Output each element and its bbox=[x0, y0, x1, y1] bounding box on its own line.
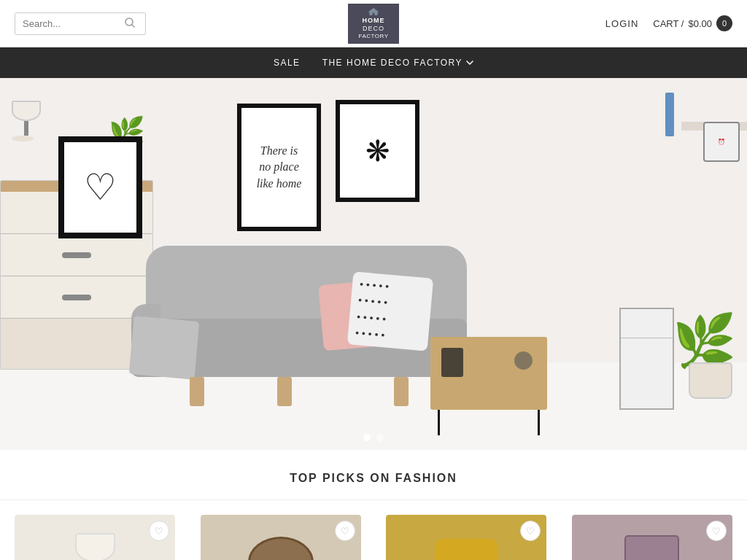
nav-item-home-deco[interactable]: THE HOME DECO FACTORY bbox=[322, 58, 473, 68]
table-leg bbox=[538, 410, 540, 435]
table-leg bbox=[438, 410, 440, 435]
header-actions: LOGIN CART / $0.00 0 bbox=[605, 15, 732, 31]
product-card-1: ♡ Sale! bbox=[15, 515, 175, 560]
dresser-drawer-3 bbox=[1, 276, 152, 319]
large-plant: 🌿 bbox=[673, 315, 736, 366]
cart-label: CART / bbox=[653, 18, 684, 29]
product-card-2: ♡ Sale! bbox=[201, 515, 361, 560]
sofa-furniture bbox=[131, 246, 467, 406]
products-row: ♡ Sale! ♡ Sale! ♡ Sale! ♡ Sale! bbox=[0, 500, 747, 560]
product-card-4: ♡ Sale! bbox=[572, 515, 732, 560]
search-form bbox=[15, 12, 146, 35]
slider-dot-1[interactable] bbox=[363, 434, 371, 441]
logo-house-icon bbox=[363, 7, 384, 16]
wishlist-button-3[interactable]: ♡ bbox=[520, 521, 541, 541]
product-image-4: ♡ Sale! bbox=[572, 515, 732, 560]
dresser-drawer-2 bbox=[1, 234, 152, 276]
sofa-leg bbox=[190, 377, 204, 406]
search-button[interactable] bbox=[125, 18, 135, 30]
wall-frame-heart: ♡ bbox=[58, 136, 142, 238]
cart-price: $0.00 bbox=[688, 18, 712, 29]
wishlist-button-1[interactable]: ♡ bbox=[149, 521, 169, 541]
frame-quote-text: There isno placelike home bbox=[257, 143, 302, 192]
section-title-area: TOP PICKS ON FASHION bbox=[0, 450, 747, 500]
hero-section: ⏰ 🌿 ♡ bbox=[0, 78, 747, 450]
plant-pot-right bbox=[689, 362, 732, 399]
svg-line-1 bbox=[132, 25, 134, 27]
wishlist-button-4[interactable]: ♡ bbox=[706, 521, 727, 541]
product-image-1: ♡ Sale! bbox=[15, 515, 175, 560]
wishlist-button-2[interactable]: ♡ bbox=[335, 521, 355, 541]
search-icon bbox=[125, 18, 135, 28]
sofa-leg bbox=[277, 377, 292, 406]
svg-marker-2 bbox=[368, 8, 379, 15]
drawer-handle bbox=[62, 295, 91, 300]
drawer-handle bbox=[62, 252, 91, 258]
hero-room-image: ⏰ 🌿 ♡ bbox=[0, 78, 747, 450]
logo-text-deco: DECO bbox=[363, 25, 384, 33]
blue-wall-accent bbox=[665, 93, 674, 136]
coffee-table bbox=[430, 337, 547, 410]
nav-item-sale[interactable]: SALE bbox=[274, 58, 301, 68]
cart-count-badge: 0 bbox=[716, 15, 732, 31]
bowl bbox=[514, 351, 533, 370]
chevron-down-icon bbox=[466, 61, 473, 65]
search-input[interactable] bbox=[23, 18, 125, 29]
wall-frame-dandelion: ❋ bbox=[336, 100, 419, 202]
slider-dot-2[interactable] bbox=[376, 434, 384, 441]
logo-text-factory: FACTORY bbox=[359, 33, 389, 40]
product-image-2: ♡ Sale! bbox=[201, 515, 361, 560]
blanket bbox=[129, 316, 200, 380]
logo-text-home: HOME bbox=[363, 17, 385, 25]
main-nav: SALE THE HOME DECO FACTORY bbox=[0, 47, 747, 78]
vase-dark bbox=[441, 348, 463, 377]
site-logo[interactable]: HOME DECO FACTORY bbox=[348, 4, 399, 44]
cart-link[interactable]: CART / $0.00 0 bbox=[653, 15, 732, 31]
slider-dots bbox=[363, 434, 384, 441]
nav-item-home-deco-label: THE HOME DECO FACTORY bbox=[322, 58, 462, 68]
wall-frame-text: There isno placelike home bbox=[237, 104, 321, 231]
heart-art: ♡ bbox=[84, 169, 117, 206]
site-header: HOME DECO FACTORY LOGIN CART / $0.00 0 bbox=[0, 0, 747, 47]
product-image-3: ♡ Sale! bbox=[386, 515, 546, 560]
table-lamp bbox=[12, 101, 41, 141]
dandelion-art: ❋ bbox=[365, 134, 390, 168]
dotted-pillow bbox=[347, 271, 433, 351]
section-title: TOP PICKS ON FASHION bbox=[15, 472, 732, 485]
product-card-3: ♡ Sale! bbox=[386, 515, 546, 560]
clock-decoration: ⏰ bbox=[703, 122, 740, 162]
sofa-leg bbox=[394, 377, 409, 406]
login-link[interactable]: LOGIN bbox=[605, 18, 638, 29]
shelf: ⏰ bbox=[681, 122, 747, 131]
side-table bbox=[619, 308, 674, 410]
